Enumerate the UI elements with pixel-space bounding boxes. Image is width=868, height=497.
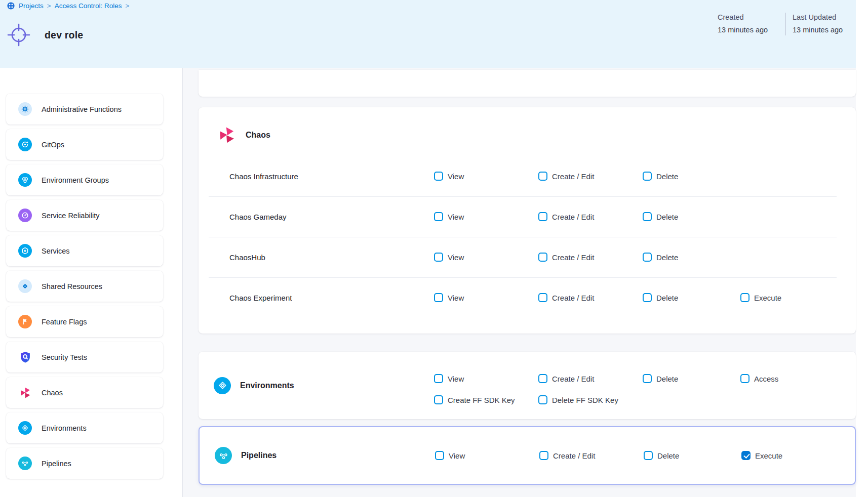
environments-icon: [214, 377, 231, 394]
checkbox[interactable]: [538, 172, 547, 181]
sidebar-item-label: Feature Flags: [42, 318, 87, 326]
permission-view[interactable]: View: [435, 451, 465, 460]
checkbox[interactable]: [741, 451, 751, 460]
sidebar-item-security-tests[interactable]: Security Tests: [6, 342, 163, 372]
resource-row-chaos-gameday: Chaos Gameday View Create / Edit Delete: [199, 196, 856, 237]
service-reliability-icon: [18, 209, 32, 222]
sidebar-item-label: Shared Resources: [42, 282, 102, 291]
permission-delete[interactable]: Delete: [643, 212, 678, 221]
permission-create-edit[interactable]: Create / Edit: [539, 451, 595, 460]
permission-create-edit[interactable]: Create / Edit: [538, 293, 594, 302]
sidebar-item-pipelines[interactable]: Pipelines: [6, 448, 163, 479]
role-target-icon: [6, 22, 31, 48]
services-icon: [18, 244, 32, 258]
checkbox[interactable]: [740, 374, 749, 383]
chaos-pinwheel-icon: [18, 386, 32, 399]
checkbox[interactable]: [740, 293, 749, 302]
checkbox[interactable]: [644, 451, 653, 460]
permission-delete[interactable]: Delete: [643, 253, 678, 262]
permission-create-edit[interactable]: Create / Edit: [538, 374, 594, 383]
permission-view[interactable]: View: [434, 253, 464, 262]
breadcrumb-separator: >: [47, 2, 51, 10]
checkbox[interactable]: [434, 212, 443, 221]
breadcrumb-projects[interactable]: Projects: [19, 2, 44, 10]
last-updated-meta: Last Updated 13 minutes ago: [793, 11, 843, 36]
permission-delete-ff-sdk-key[interactable]: Delete FF SDK Key: [538, 395, 618, 404]
permission-view[interactable]: View: [434, 212, 464, 221]
permission-create-ff-sdk-key[interactable]: Create FF SDK Key: [434, 395, 515, 404]
resource-label: ChaosHub: [229, 253, 265, 262]
sidebar-item-label: Environments: [42, 424, 87, 432]
title-row: dev role: [6, 22, 83, 48]
sidebar-item-service-reliability[interactable]: Service Reliability: [6, 200, 163, 231]
sidebar-item-gitops[interactable]: GitOps: [6, 129, 163, 160]
permission-delete[interactable]: Delete: [644, 451, 679, 460]
sidebar-item-chaos[interactable]: Chaos: [6, 377, 163, 408]
gear-icon: [18, 102, 32, 116]
checkbox[interactable]: [643, 374, 652, 383]
sidebar-item-shared-resources[interactable]: Shared Resources: [6, 271, 163, 302]
permission-view[interactable]: View: [434, 172, 464, 181]
section-title: Chaos: [246, 131, 270, 140]
permission-access[interactable]: Access: [740, 374, 778, 383]
gitops-icon: [18, 138, 32, 151]
checkbox[interactable]: [434, 395, 443, 404]
last-updated-label: Last Updated: [793, 11, 843, 24]
environments-icon: [18, 421, 32, 435]
permission-delete[interactable]: Delete: [643, 172, 678, 181]
sidebar-item-label: Service Reliability: [42, 212, 99, 220]
last-updated-value: 13 minutes ago: [793, 24, 843, 36]
permission-execute[interactable]: Execute: [740, 293, 781, 302]
permission-delete[interactable]: Delete: [643, 293, 678, 302]
permissions-panel: Chaos Chaos Infrastructure View Create /…: [182, 68, 856, 497]
checkbox[interactable]: [643, 172, 652, 181]
checkbox[interactable]: [538, 293, 547, 302]
resource-label: Chaos Infrastructure: [229, 172, 298, 181]
checkbox[interactable]: [539, 451, 548, 460]
pipelines-icon: [215, 447, 232, 464]
resource-row-chaos-experiment: Chaos Experiment View Create / Edit Dele…: [199, 277, 856, 318]
resource-row-chaos-infrastructure: Chaos Infrastructure View Create / Edit …: [199, 156, 856, 196]
feature-flags-icon: [18, 315, 32, 328]
sidebar-item-administrative-functions[interactable]: Administrative Functions: [6, 94, 163, 125]
resource-sidebar: Administrative Functions GitOps Environm…: [0, 68, 182, 497]
checkbox[interactable]: [434, 253, 443, 262]
section-header-chaos: Chaos: [217, 126, 270, 145]
checkbox[interactable]: [643, 212, 652, 221]
permission-create-edit[interactable]: Create / Edit: [538, 212, 594, 221]
permission-delete[interactable]: Delete: [643, 374, 678, 383]
sidebar-item-feature-flags[interactable]: Feature Flags: [6, 306, 163, 337]
checkbox[interactable]: [538, 253, 547, 262]
meta-divider: [785, 13, 785, 35]
checkbox[interactable]: [538, 212, 547, 221]
section-card-pipelines: Pipelines View Create / Edit Delete Exec…: [199, 426, 856, 485]
sidebar-item-environments[interactable]: Environments: [6, 412, 163, 443]
section-card-environments: Environments View Create / Edit Delete A…: [199, 352, 856, 419]
chaos-pinwheel-icon: [217, 126, 236, 145]
sidebar-item-label: Chaos: [42, 389, 63, 397]
permission-execute[interactable]: Execute: [741, 451, 782, 460]
chaos-rows: Chaos Infrastructure View Create / Edit …: [199, 156, 856, 318]
section-title: Pipelines: [241, 451, 277, 460]
checkbox[interactable]: [434, 293, 443, 302]
checkbox[interactable]: [435, 451, 444, 460]
checkbox[interactable]: [538, 374, 547, 383]
sidebar-item-services[interactable]: Services: [6, 235, 163, 266]
sidebar-item-label: Services: [42, 247, 70, 255]
sidebar-item-label: Pipelines: [42, 460, 71, 468]
sidebar-item-label: Administrative Functions: [42, 105, 122, 113]
sidebar-item-environment-groups[interactable]: Environment Groups: [6, 164, 163, 195]
breadcrumb-access-control-roles[interactable]: Access Control: Roles: [55, 2, 122, 10]
checkbox[interactable]: [434, 374, 443, 383]
checkbox[interactable]: [643, 253, 652, 262]
section-card-chaos: Chaos Chaos Infrastructure View Create /…: [199, 107, 856, 334]
resource-label: Chaos Experiment: [229, 294, 292, 302]
checkbox[interactable]: [538, 395, 547, 404]
permission-create-edit[interactable]: Create / Edit: [538, 172, 594, 181]
permission-view[interactable]: View: [434, 293, 464, 302]
checkbox[interactable]: [643, 293, 652, 302]
permission-view[interactable]: View: [434, 374, 464, 383]
created-label: Created: [718, 11, 768, 24]
permission-create-edit[interactable]: Create / Edit: [538, 253, 594, 262]
checkbox[interactable]: [434, 172, 443, 181]
